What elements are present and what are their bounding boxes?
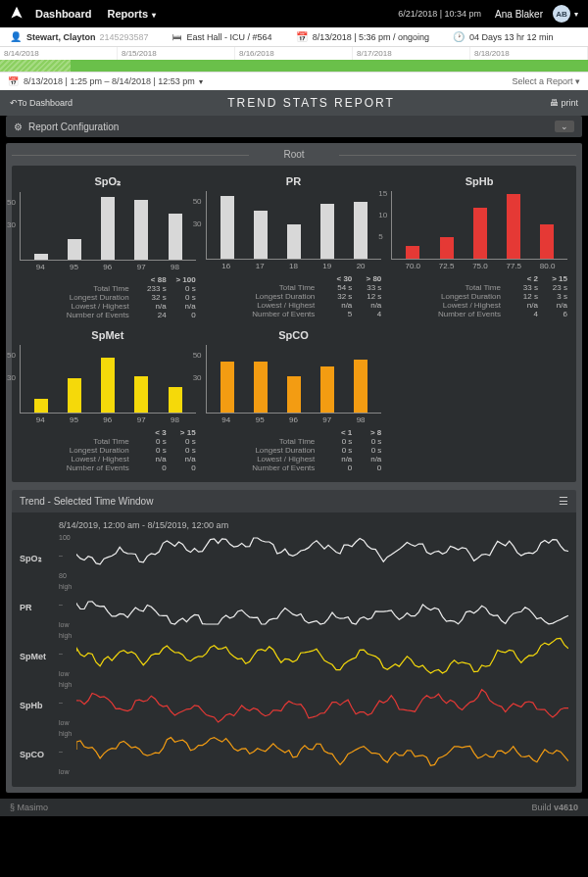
print-button[interactable]: 🖶 print <box>550 98 578 108</box>
user-name[interactable]: Ana Blaker <box>495 9 543 20</box>
y-tick: 50 <box>193 351 202 360</box>
chart-spo2: SpO₂30509495969798< 88> 100Total Time233… <box>20 175 196 319</box>
y-tick: 30 <box>7 373 16 382</box>
stats-row: Total Time233 s0 s <box>20 284 196 293</box>
timeline-date: 8/16/2018 <box>235 47 353 60</box>
range-text[interactable]: 8/13/2018 | 1:25 pm – 8/14/2018 | 12:53 … <box>24 76 195 86</box>
x-labels: 9495969798 <box>20 261 196 271</box>
clock-icon: 🕑 <box>453 31 465 42</box>
trend-sparkline: high–low <box>59 681 568 726</box>
range-caret-icon[interactable]: ▾ <box>199 77 203 86</box>
stats-row: Number of Events00 <box>206 463 382 472</box>
bar <box>169 214 182 260</box>
trend-y-label: 80 <box>59 572 67 579</box>
stats-row: Longest Duration12 s3 s <box>391 292 567 301</box>
report-title: TREND STATS REPORT <box>73 96 550 110</box>
y-tick: 5 <box>378 232 382 241</box>
bar <box>254 211 268 259</box>
spark-svg <box>76 632 568 677</box>
charts-panel: SpO₂30509495969798< 88> 100Total Time233… <box>12 166 576 482</box>
bar <box>68 378 81 413</box>
person-icon: 👤 <box>10 31 22 42</box>
user-menu-caret-icon[interactable]: ▾ <box>574 10 578 19</box>
trend-y-label: 100 <box>59 534 71 541</box>
build-label: Build <box>531 803 551 812</box>
bar <box>507 194 520 259</box>
root-section: Root SpO₂30509495969798< 88> 100Total Ti… <box>6 143 582 793</box>
range-bar: 📅 8/13/2018 | 1:25 pm – 8/14/2018 | 12:5… <box>0 72 588 90</box>
trend-row-label: SpCO <box>20 746 59 759</box>
calendar-range-icon[interactable]: 📅 <box>8 76 19 86</box>
bar <box>440 237 454 259</box>
trend-sparkline: high–low <box>59 730 568 775</box>
build-version: v4610 <box>554 803 578 812</box>
y-tick: 10 <box>378 211 387 219</box>
bar <box>320 366 334 413</box>
trend-menu-icon[interactable]: ☰ <box>559 495 568 508</box>
header-datetime: 6/21/2018 | 10:34 pm <box>398 9 481 19</box>
y-tick: 30 <box>193 219 202 228</box>
bar <box>101 358 115 413</box>
trend-row: SpO₂100–80 <box>20 534 568 579</box>
trend-y-label: high <box>59 681 72 688</box>
stats-row: Number of Events00 <box>20 463 196 472</box>
stats-table: < 30> 80Total Time54 s33 sLongest Durati… <box>206 274 382 318</box>
bar <box>134 376 148 413</box>
bar <box>254 362 268 414</box>
bar <box>287 376 301 413</box>
stats-row: Longest Duration0 s0 s <box>20 446 196 455</box>
x-labels: 70.072.575.077.580.0 <box>391 260 567 270</box>
brand-logo-icon <box>10 6 24 22</box>
config-expand-icon[interactable]: ⌄ <box>555 121 574 132</box>
chart-area: 3050 <box>206 191 382 260</box>
bar <box>68 239 81 260</box>
chevron-down-icon: ▾ <box>575 76 580 86</box>
select-report-dropdown[interactable]: Select a Report ▾ <box>512 76 580 86</box>
avatar[interactable]: AB <box>553 5 570 23</box>
bar <box>540 224 554 259</box>
trend-y-label: low <box>59 719 70 726</box>
spark-svg <box>76 681 568 726</box>
y-tick: 30 <box>193 373 202 382</box>
stats-row: Total Time54 s33 s <box>206 283 382 292</box>
bar <box>354 202 368 259</box>
bar <box>406 246 419 259</box>
bar <box>220 196 234 259</box>
stats-row: Longest Duration32 s12 s <box>206 292 382 301</box>
y-tick: 50 <box>7 198 16 207</box>
trend-sparkline: high–low <box>59 632 568 677</box>
trend-panel: 8/14/2019, 12:00 am - 8/15/2019, 12:00 a… <box>12 512 576 787</box>
report-config-bar[interactable]: ⚙ Report Configuration ⌄ <box>6 116 582 137</box>
nav-dashboard[interactable]: Dashboard <box>35 8 91 20</box>
stats-header: < 88> 100 <box>20 275 196 284</box>
bar <box>473 208 487 260</box>
chart-spmet: SpMet30509495969798< 3> 15Total Time0 s0… <box>20 329 196 472</box>
session-seg: 📅 8/13/2018 | 5:36 pm / ongoing <box>296 31 429 42</box>
bed-icon: 🛏 <box>172 31 182 42</box>
stats-header: < 1> 8 <box>206 428 382 437</box>
timeline-bar[interactable] <box>0 60 588 72</box>
x-labels: 9495969798 <box>206 414 382 424</box>
stats-row: Total Time33 s23 s <box>391 283 567 292</box>
bar <box>354 360 368 413</box>
bar <box>287 224 301 259</box>
bar <box>169 387 182 413</box>
bar <box>34 399 48 413</box>
duration-text: 04 Days 13 hr 12 min <box>469 32 554 42</box>
chart-title: SpO₂ <box>20 175 196 188</box>
trend-y-label: – <box>59 552 63 559</box>
config-label: Report Configuration <box>28 122 119 132</box>
nav-reports[interactable]: Reports▾ <box>107 8 156 20</box>
duration-seg: 🕑 04 Days 13 hr 12 min <box>453 31 554 42</box>
calendar-icon: 📅 <box>296 31 308 42</box>
session-timeline[interactable]: 8/14/20188/15/20188/16/20188/17/20188/18… <box>0 47 588 72</box>
trend-row-label: SpMet <box>20 648 59 661</box>
gear-icon: ⚙ <box>14 122 23 132</box>
stats-header: < 30> 80 <box>206 274 382 283</box>
timeline-date: 8/15/2018 <box>118 47 235 60</box>
trend-row-label: SpHb <box>20 697 59 710</box>
chart-spco: SpCO30509495969798< 1> 8Total Time0 s0 s… <box>206 329 382 472</box>
back-to-dashboard-link[interactable]: ↶ To Dashboard <box>10 98 73 108</box>
report-header: ↶ To Dashboard TREND STATS REPORT 🖶 prin… <box>0 90 588 116</box>
stats-row: Lowest / Highestn/an/a <box>20 302 196 311</box>
